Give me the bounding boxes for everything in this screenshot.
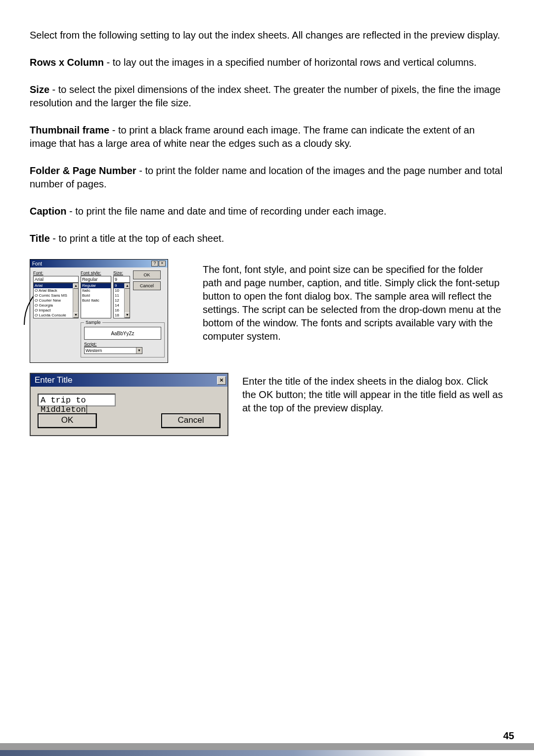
thumb-label: Thumbnail frame [30,125,109,135]
scrollbar[interactable]: ▲ ▼ [124,283,130,318]
title-label: Title [30,233,50,244]
font-dialog-titlebar: Font ? × [30,260,168,267]
folder-setting: Folder & Page Number - to print the fold… [30,164,504,191]
scroll-down-button[interactable]: ▼ [73,312,79,318]
page-footer: 45 [0,743,534,756]
size-input[interactable]: 9 [113,276,130,283]
list-item[interactable]: O Lucida Console [34,313,78,318]
title-input[interactable]: A trip to Middleton​ [38,394,116,406]
page-number: 45 [503,730,514,742]
font-input[interactable]: Arial [33,276,79,283]
chevron-down-icon[interactable]: ▼ [136,348,142,354]
sample-box: AaBbYyZz [84,327,161,340]
list-item[interactable]: Italic [81,288,111,293]
list-item[interactable]: Arial [34,283,78,288]
caption-label: Caption [30,206,66,217]
enter-title-titlebar: Enter Title × [31,374,227,387]
font-style-list[interactable]: Regular Italic Bold Bold Italic [81,283,111,318]
font-description: The font, font style, and point size can… [203,259,504,343]
font-list[interactable]: Arial O Arial Black O Comic Sans MS O Co… [33,283,79,318]
sample-group: Sample AaBbYyZz Script: Western ▼ [81,322,165,357]
list-item[interactable]: Regular [81,283,111,288]
rows-desc: - to lay out the images in a specified n… [104,57,477,68]
list-item[interactable]: O Courier New [34,298,78,303]
script-select[interactable]: Western ▼ [84,347,142,354]
enter-title-label: Enter Title [35,375,73,385]
scroll-up-button[interactable]: ▲ [125,283,130,289]
caption-desc: - to print the file name and date and ti… [66,206,386,217]
scroll-up-button[interactable]: ▲ [73,283,79,289]
list-item[interactable]: Bold Italic [81,298,111,303]
font-dialog-title: Font [32,261,42,267]
enter-title-dialog: Enter Title × A trip to Middleton​ OK Ca… [30,373,228,436]
font-style-input[interactable]: Regular [81,276,111,283]
intro-text: Select from the following setting to lay… [30,29,504,42]
list-item[interactable]: O Arial Black [34,288,78,293]
ok-button[interactable]: OK [38,413,97,428]
list-item[interactable]: Bold [81,293,111,298]
sample-legend: Sample [84,320,102,325]
thumb-setting: Thumbnail frame - to print a black frame… [30,124,504,150]
script-value: Western [86,348,102,354]
cancel-button[interactable]: Cancel [161,413,221,428]
ok-button[interactable]: OK [133,270,161,279]
list-item[interactable]: O Georgia [34,303,78,308]
size-label: Size: [113,270,130,275]
cancel-button[interactable]: Cancel [133,281,161,290]
scroll-down-button[interactable]: ▼ [125,312,130,318]
title-description: Enter the title of the index sheets in t… [242,373,504,415]
font-dialog: Font ? × Font: Arial Arial O Arial Black [30,259,168,363]
title-desc: - to print a title at the top of each sh… [50,233,224,244]
size-desc: - to select the pixel dimensions of the … [30,84,500,108]
list-item[interactable]: O Impact [34,308,78,313]
help-button[interactable]: ? [151,261,158,267]
caption-setting: Caption - to print the file name and dat… [30,205,504,218]
close-button[interactable]: × [159,261,166,267]
font-label: Font: [33,270,79,275]
title-setting: Title - to print a title at the top of e… [30,232,504,245]
scrollbar[interactable]: ▲ ▼ [73,283,78,318]
font-style-label: Font style: [81,270,111,275]
rows-setting: Rows x Column - to lay out the images in… [30,56,504,69]
list-item[interactable]: O Comic Sans MS [34,293,78,298]
rows-label: Rows x Column [30,57,104,68]
close-icon[interactable]: × [217,376,226,385]
size-label: Size [30,84,49,95]
script-label: Script: [84,342,161,347]
size-setting: Size - to select the pixel dimensions of… [30,83,504,110]
size-list[interactable]: 9 10 11 12 14 16 18 ▲ ▼ [113,283,130,318]
folder-label: Folder & Page Number [30,165,136,176]
